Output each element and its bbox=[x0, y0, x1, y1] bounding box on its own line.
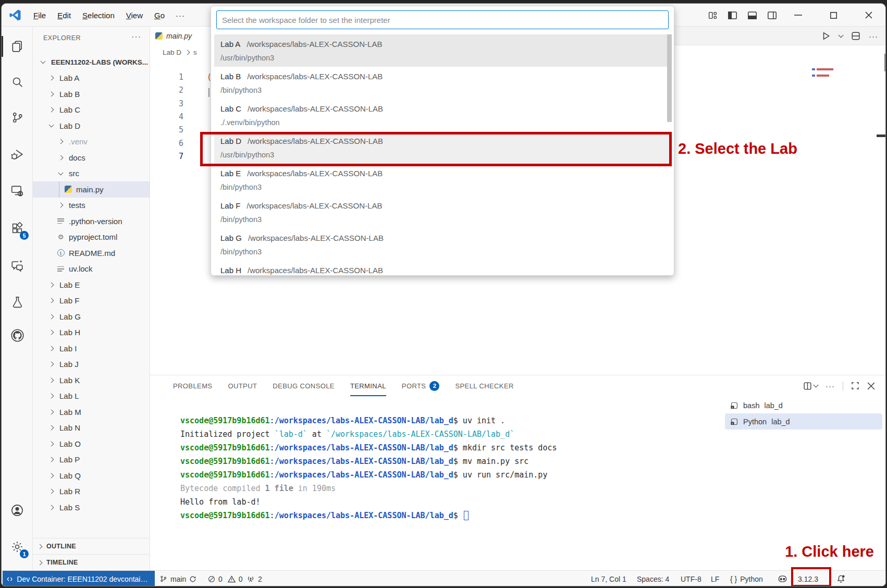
chat-icon[interactable] bbox=[7, 255, 28, 276]
outline-section[interactable]: OUTLINE bbox=[33, 538, 150, 554]
panel-tab-debug-console[interactable]: DEBUG CONSOLE bbox=[273, 375, 335, 396]
panel-tab-terminal[interactable]: TERMINAL bbox=[350, 375, 386, 396]
quick-pick-scrollbar[interactable] bbox=[667, 34, 672, 122]
customize-layout-icon[interactable] bbox=[703, 4, 722, 27]
problems-status[interactable]: 0 0 bbox=[208, 571, 243, 586]
tree-item-main-py[interactable]: main.py bbox=[33, 181, 150, 198]
split-terminal-icon[interactable] bbox=[803, 382, 818, 390]
tree-item-pyproject-toml[interactable]: ⚙pyproject.toml bbox=[33, 229, 150, 246]
quick-pick-item[interactable]: Lab A/workspaces/labs-ALEX-CASSON-LAB/us… bbox=[214, 34, 671, 67]
settings-gear-icon[interactable]: 1 bbox=[7, 536, 28, 557]
tree-item-lab-b[interactable]: Lab B bbox=[33, 86, 150, 102]
menu-edit[interactable]: Edit bbox=[52, 9, 77, 22]
eol-status[interactable]: LF bbox=[711, 571, 719, 586]
copilot-status[interactable] bbox=[778, 571, 787, 586]
quick-pick-item[interactable]: Lab F/workspaces/labs-ALEX-CASSON-LAB/bi… bbox=[214, 196, 671, 228]
tree-item-readme-md[interactable]: iREADME.md bbox=[33, 245, 150, 261]
breadcrumb-file[interactable]: s bbox=[193, 48, 197, 56]
minimap[interactable] bbox=[812, 68, 833, 70]
tree-item-lab-k[interactable]: Lab K bbox=[33, 372, 150, 388]
quick-pick-item[interactable]: Lab G/workspaces/labs-ALEX-CASSON-LAB/bi… bbox=[214, 228, 671, 261]
tree-item-lab-p[interactable]: Lab P bbox=[33, 452, 150, 468]
tree-item-lab-f[interactable]: Lab F bbox=[33, 293, 150, 309]
quick-pick-item[interactable]: Lab B/workspaces/labs-ALEX-CASSON-LAB/bi… bbox=[214, 67, 671, 99]
split-editor-icon[interactable] bbox=[851, 31, 860, 41]
tree-item-lab-s[interactable]: Lab S bbox=[33, 499, 150, 516]
menu-selection[interactable]: Selection bbox=[77, 9, 120, 22]
quick-pick-item[interactable]: Lab D/workspaces/labs-ALEX-CASSON-LAB/us… bbox=[214, 131, 671, 164]
tree-item-src[interactable]: src bbox=[33, 166, 150, 182]
ports-status[interactable]: 2 bbox=[247, 571, 262, 586]
run-python-icon[interactable] bbox=[821, 31, 831, 41]
tree-item-lab-l[interactable]: Lab L bbox=[33, 388, 150, 405]
panel-tab-spell-checker[interactable]: SPELL CHECKER bbox=[455, 375, 513, 396]
panel-tab-output[interactable]: OUTPUT bbox=[228, 375, 257, 396]
tree-item-lab-e[interactable]: Lab E bbox=[33, 277, 150, 293]
quick-pick-item[interactable]: Lab C/workspaces/labs-ALEX-CASSON-LAB./.… bbox=[214, 99, 671, 131]
encoding-status[interactable]: UTF-8 bbox=[681, 571, 701, 586]
tree-item-lab-o[interactable]: Lab O bbox=[33, 436, 150, 452]
indentation-status[interactable]: Spaces: 4 bbox=[637, 571, 669, 586]
tree-item-lab-h[interactable]: Lab H bbox=[33, 325, 150, 341]
tree-item-lab-q[interactable]: Lab Q bbox=[33, 468, 150, 484]
source-control-icon[interactable] bbox=[7, 107, 28, 128]
remote-indicator[interactable]: Dev Container: EEEN11202 devcontainer @ … bbox=[3, 571, 155, 586]
maximize-panel-icon[interactable] bbox=[851, 382, 859, 390]
minimize-icon[interactable] bbox=[786, 4, 810, 27]
editor-scrollbar[interactable] bbox=[884, 54, 886, 71]
tree-item-eeen11202-labs-works[interactable]: EEEN11202-LABS (WORKS... bbox=[33, 54, 150, 70]
tree-item-lab-n[interactable]: Lab N bbox=[33, 420, 150, 436]
branch-status[interactable]: main bbox=[159, 571, 196, 586]
terminal-instance-bash[interactable]: $bashlab_d bbox=[725, 397, 882, 413]
github-icon[interactable] bbox=[7, 325, 28, 346]
tree-item-venv[interactable]: .venv bbox=[33, 134, 150, 150]
remote-explorer-icon[interactable] bbox=[7, 180, 28, 201]
search-icon[interactable] bbox=[7, 71, 28, 92]
cursor-position[interactable]: Ln 7, Col 1 bbox=[591, 571, 626, 586]
panel-tab-problems[interactable]: PROBLEMS bbox=[173, 375, 212, 396]
toggle-secondary-sidebar-icon[interactable] bbox=[762, 4, 782, 27]
tree-item-lab-d[interactable]: Lab D bbox=[33, 118, 150, 134]
tree-item-uv-lock[interactable]: uv.lock bbox=[33, 261, 150, 277]
menu-file[interactable]: File bbox=[28, 9, 52, 22]
close-panel-icon[interactable] bbox=[867, 382, 875, 390]
python-interpreter-version[interactable]: 3.12.3 bbox=[798, 571, 818, 586]
testing-icon[interactable] bbox=[7, 291, 28, 312]
minimap[interactable] bbox=[812, 75, 829, 77]
editor-more-icon[interactable]: ··· bbox=[869, 32, 878, 41]
terminal-instance-python[interactable]: $Pythonlab_d bbox=[725, 413, 882, 430]
tree-item-lab-g[interactable]: Lab G bbox=[33, 309, 150, 325]
quick-pick-item[interactable]: Lab H/workspaces/labs-ALEX-CASSON-LAB bbox=[214, 261, 671, 275]
menu-more[interactable]: ··· bbox=[170, 9, 190, 22]
notifications-bell[interactable] bbox=[836, 571, 845, 586]
tree-item-lab-a[interactable]: Lab A bbox=[33, 70, 150, 87]
tree-item-docs[interactable]: docs bbox=[33, 150, 150, 166]
menu-view[interactable]: View bbox=[120, 9, 149, 22]
quick-pick-input[interactable] bbox=[216, 10, 669, 29]
tree-item-lab-j[interactable]: Lab J bbox=[33, 357, 150, 373]
explorer-more-icon[interactable]: ··· bbox=[131, 32, 141, 42]
panel-more-icon[interactable]: ··· bbox=[826, 382, 835, 390]
tab-main-py[interactable]: main.py bbox=[150, 27, 217, 45]
tree-item-lab-m[interactable]: Lab M bbox=[33, 404, 150, 420]
close-window-icon[interactable] bbox=[857, 4, 881, 27]
maximize-icon[interactable] bbox=[821, 4, 845, 27]
run-dropdown-icon[interactable] bbox=[839, 32, 844, 38]
breadcrumb-folder[interactable]: Lab D bbox=[163, 48, 181, 56]
tree-item-tests[interactable]: tests bbox=[33, 198, 150, 214]
toggle-sidebar-icon[interactable] bbox=[722, 4, 742, 27]
tree-item-lab-i[interactable]: Lab I bbox=[33, 340, 150, 357]
language-status[interactable]: { } Python bbox=[730, 571, 763, 586]
minimap-slider[interactable] bbox=[877, 134, 885, 137]
menu-go[interactable]: Go bbox=[149, 9, 170, 22]
panel-tab-ports[interactable]: PORTS2 bbox=[402, 375, 440, 396]
tree-item-lab-c[interactable]: Lab C bbox=[33, 102, 150, 118]
tree-item-python-version[interactable]: .python-version bbox=[33, 213, 150, 229]
terminal-output[interactable]: vscode@5917b9b16d61:/workspaces/labs-ALE… bbox=[180, 416, 557, 524]
extensions-icon[interactable]: 5 bbox=[7, 218, 28, 239]
toggle-panel-icon[interactable] bbox=[742, 4, 762, 27]
explorer-icon[interactable] bbox=[7, 36, 28, 57]
timeline-section[interactable]: TIMELINE bbox=[33, 554, 150, 570]
run-debug-icon[interactable] bbox=[7, 144, 28, 165]
quick-pick-item[interactable]: Lab E/workspaces/labs-ALEX-CASSON-LAB/bi… bbox=[214, 164, 671, 196]
